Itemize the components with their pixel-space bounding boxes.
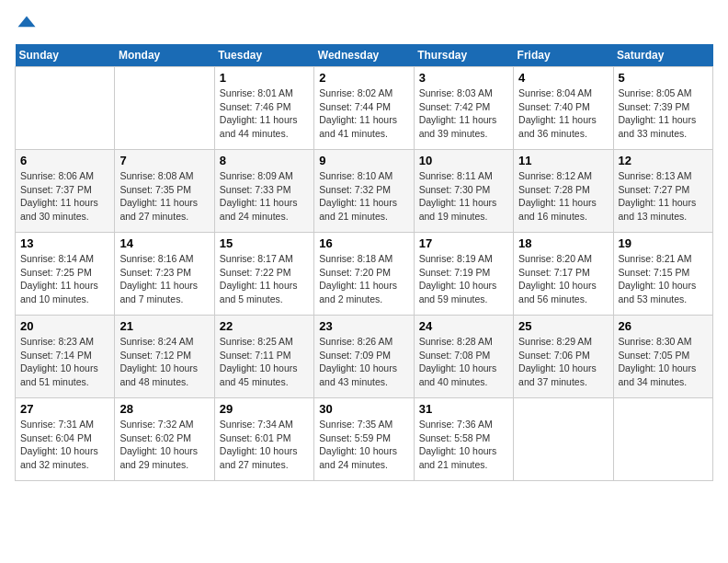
day-info: Sunrise: 8:18 AMSunset: 7:20 PMDaylight:… — [319, 252, 408, 306]
day-number: 10 — [419, 154, 508, 167]
calendar-cell: 10Sunrise: 8:11 AMSunset: 7:30 PMDayligh… — [414, 150, 513, 233]
calendar-week-row: 6Sunrise: 8:06 AMSunset: 7:37 PMDaylight… — [16, 150, 713, 233]
day-number: 9 — [319, 154, 408, 167]
day-info: Sunrise: 8:09 AMSunset: 7:33 PMDaylight:… — [220, 169, 309, 224]
calendar-cell: 21Sunrise: 8:24 AMSunset: 7:12 PMDayligh… — [115, 316, 214, 398]
day-info: Sunrise: 7:36 AMSunset: 5:58 PMDaylight:… — [419, 418, 508, 472]
calendar-cell: 2Sunrise: 8:02 AMSunset: 7:44 PMDaylight… — [314, 67, 414, 150]
day-info: Sunrise: 7:32 AMSunset: 6:02 PMDaylight:… — [119, 418, 209, 472]
calendar-week-row: 1Sunrise: 8:01 AMSunset: 7:46 PMDaylight… — [16, 67, 713, 150]
calendar-cell: 9Sunrise: 8:10 AMSunset: 7:32 PMDaylight… — [314, 150, 414, 233]
day-number: 23 — [319, 319, 408, 333]
calendar-cell: 22Sunrise: 8:25 AMSunset: 7:11 PMDayligh… — [214, 316, 313, 398]
calendar-cell: 5Sunrise: 8:05 AMSunset: 7:39 PMDaylight… — [613, 67, 712, 150]
day-info: Sunrise: 8:10 AMSunset: 7:32 PMDaylight:… — [319, 169, 408, 224]
calendar-cell: 27Sunrise: 7:31 AMSunset: 6:04 PMDayligh… — [16, 398, 115, 481]
day-info: Sunrise: 8:17 AMSunset: 7:22 PMDaylight:… — [220, 252, 309, 306]
svg-marker-0 — [17, 16, 35, 27]
day-number: 5 — [619, 71, 708, 85]
weekday-header-wednesday: Wednesday — [314, 44, 414, 67]
day-number: 26 — [619, 319, 708, 333]
day-info: Sunrise: 8:19 AMSunset: 7:19 PMDaylight:… — [419, 252, 508, 306]
day-info: Sunrise: 8:06 AMSunset: 7:37 PMDaylight:… — [20, 169, 109, 224]
calendar-cell: 14Sunrise: 8:16 AMSunset: 7:23 PMDayligh… — [115, 233, 214, 316]
calendar-cell: 29Sunrise: 7:34 AMSunset: 6:01 PMDayligh… — [214, 398, 313, 481]
calendar-cell: 4Sunrise: 8:04 AMSunset: 7:40 PMDaylight… — [514, 67, 613, 150]
day-info: Sunrise: 7:34 AMSunset: 6:01 PMDaylight:… — [220, 418, 309, 472]
day-info: Sunrise: 8:24 AMSunset: 7:12 PMDaylight:… — [119, 335, 209, 389]
day-number: 11 — [518, 154, 608, 167]
day-number: 19 — [619, 236, 708, 250]
day-number: 22 — [220, 319, 309, 333]
day-info: Sunrise: 8:30 AMSunset: 7:05 PMDaylight:… — [619, 335, 708, 389]
day-number: 21 — [119, 319, 209, 333]
day-info: Sunrise: 8:25 AMSunset: 7:11 PMDaylight:… — [220, 335, 309, 389]
day-info: Sunrise: 8:01 AMSunset: 7:46 PMDaylight:… — [220, 86, 309, 141]
day-number: 27 — [20, 402, 109, 416]
day-info: Sunrise: 8:16 AMSunset: 7:23 PMDaylight:… — [119, 252, 209, 306]
calendar-cell: 3Sunrise: 8:03 AMSunset: 7:42 PMDaylight… — [414, 67, 513, 150]
day-number: 15 — [220, 236, 309, 250]
day-number: 28 — [119, 402, 209, 416]
day-number: 25 — [518, 319, 608, 333]
calendar-cell: 13Sunrise: 8:14 AMSunset: 7:25 PMDayligh… — [16, 233, 115, 316]
day-number: 8 — [220, 154, 309, 167]
day-info: Sunrise: 8:23 AMSunset: 7:14 PMDaylight:… — [20, 335, 109, 389]
calendar-cell: 19Sunrise: 8:21 AMSunset: 7:15 PMDayligh… — [613, 233, 712, 316]
calendar-cell: 7Sunrise: 8:08 AMSunset: 7:35 PMDaylight… — [115, 150, 214, 233]
calendar-cell: 15Sunrise: 8:17 AMSunset: 7:22 PMDayligh… — [214, 233, 313, 316]
day-number: 20 — [20, 319, 109, 333]
calendar-cell: 11Sunrise: 8:12 AMSunset: 7:28 PMDayligh… — [514, 150, 613, 233]
calendar-cell: 30Sunrise: 7:35 AMSunset: 5:59 PMDayligh… — [314, 398, 414, 481]
calendar-cell: 24Sunrise: 8:28 AMSunset: 7:08 PMDayligh… — [414, 316, 513, 398]
day-number: 2 — [319, 71, 408, 85]
day-info: Sunrise: 8:26 AMSunset: 7:09 PMDaylight:… — [319, 335, 408, 389]
calendar-week-row: 20Sunrise: 8:23 AMSunset: 7:14 PMDayligh… — [16, 316, 713, 398]
calendar-cell: 8Sunrise: 8:09 AMSunset: 7:33 PMDaylight… — [214, 150, 313, 233]
calendar-cell: 28Sunrise: 7:32 AMSunset: 6:02 PMDayligh… — [115, 398, 214, 481]
day-info: Sunrise: 8:20 AMSunset: 7:17 PMDaylight:… — [518, 252, 608, 306]
day-info: Sunrise: 7:35 AMSunset: 5:59 PMDaylight:… — [319, 418, 408, 472]
day-info: Sunrise: 8:21 AMSunset: 7:15 PMDaylight:… — [619, 252, 708, 306]
day-number: 14 — [119, 236, 209, 250]
day-info: Sunrise: 8:14 AMSunset: 7:25 PMDaylight:… — [20, 252, 109, 306]
day-info: Sunrise: 8:05 AMSunset: 7:39 PMDaylight:… — [619, 86, 708, 141]
day-number: 16 — [319, 236, 408, 250]
day-number: 18 — [518, 236, 608, 250]
logo — [15, 15, 37, 35]
day-number: 4 — [518, 71, 608, 85]
day-info: Sunrise: 7:31 AMSunset: 6:04 PMDaylight:… — [20, 418, 109, 472]
calendar-cell: 1Sunrise: 8:01 AMSunset: 7:46 PMDaylight… — [214, 67, 313, 150]
day-number: 24 — [419, 319, 508, 333]
calendar-cell — [115, 67, 214, 150]
weekday-header-row: SundayMondayTuesdayWednesdayThursdayFrid… — [16, 44, 713, 67]
calendar-cell — [613, 398, 712, 481]
generalblue-logo-icon — [17, 15, 37, 35]
day-number: 7 — [119, 154, 209, 167]
day-number: 30 — [319, 402, 408, 416]
calendar-cell: 20Sunrise: 8:23 AMSunset: 7:14 PMDayligh… — [16, 316, 115, 398]
page-header — [15, 15, 713, 35]
day-info: Sunrise: 8:13 AMSunset: 7:27 PMDaylight:… — [619, 169, 708, 224]
day-info: Sunrise: 8:08 AMSunset: 7:35 PMDaylight:… — [119, 169, 209, 224]
calendar-cell: 31Sunrise: 7:36 AMSunset: 5:58 PMDayligh… — [414, 398, 513, 481]
weekday-header-tuesday: Tuesday — [214, 44, 313, 67]
day-info: Sunrise: 8:11 AMSunset: 7:30 PMDaylight:… — [419, 169, 508, 224]
calendar-week-row: 13Sunrise: 8:14 AMSunset: 7:25 PMDayligh… — [16, 233, 713, 316]
day-number: 31 — [419, 402, 508, 416]
calendar-week-row: 27Sunrise: 7:31 AMSunset: 6:04 PMDayligh… — [16, 398, 713, 481]
calendar-cell — [514, 398, 613, 481]
day-number: 13 — [20, 236, 109, 250]
weekday-header-sunday: Sunday — [16, 44, 115, 67]
day-number: 12 — [619, 154, 708, 167]
calendar-cell: 25Sunrise: 8:29 AMSunset: 7:06 PMDayligh… — [514, 316, 613, 398]
weekday-header-monday: Monday — [115, 44, 214, 67]
day-info: Sunrise: 8:04 AMSunset: 7:40 PMDaylight:… — [518, 86, 608, 141]
weekday-header-friday: Friday — [514, 44, 613, 67]
day-info: Sunrise: 8:12 AMSunset: 7:28 PMDaylight:… — [518, 169, 608, 224]
day-number: 29 — [220, 402, 309, 416]
weekday-header-thursday: Thursday — [414, 44, 513, 67]
weekday-header-saturday: Saturday — [613, 44, 712, 67]
day-info: Sunrise: 8:02 AMSunset: 7:44 PMDaylight:… — [319, 86, 408, 141]
calendar-cell: 18Sunrise: 8:20 AMSunset: 7:17 PMDayligh… — [514, 233, 613, 316]
